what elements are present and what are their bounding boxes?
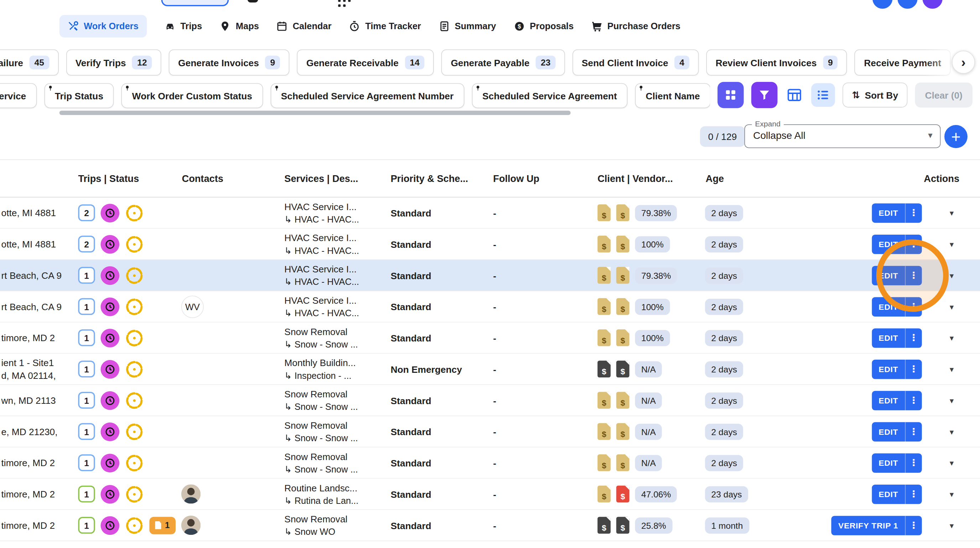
pill-scheduled-service-agreement-number[interactable]: Scheduled Service Agreement Number [270,83,464,108]
nav-tab-work-orders[interactable]: Work Orders [59,15,147,37]
nav-tab-summary[interactable]: Summary [438,21,496,32]
trip-progress-status-icon[interactable] [125,516,144,535]
vendor-invoice-doc-icon[interactable]: $ [616,486,630,502]
table-row[interactable]: otte, MI 4881 2 HVAC Service I... ↳ HVAC… [0,229,980,260]
column-header-services[interactable]: Services | Des... [285,173,358,184]
kebab-menu-icon[interactable]: ⋮ [905,270,922,281]
client-invoice-doc-icon[interactable]: $ [598,517,611,534]
pill-client-name[interactable]: Client Name [635,83,710,108]
row-action-button[interactable]: EDIT ⋮ [872,391,922,410]
trip-count-badge[interactable]: 1 [78,517,95,534]
row-action-button[interactable]: EDIT ⋮ [872,265,922,285]
row-action-button[interactable]: EDIT ⋮ [872,328,922,347]
trip-count-badge[interactable]: 1 [78,267,95,283]
contact-initials[interactable]: WV [181,295,204,318]
list-view-button[interactable] [811,83,835,107]
kebab-menu-icon[interactable]: ⋮ [905,301,922,312]
vendor-invoice-doc-icon[interactable]: $ [616,392,630,408]
trip-count-badge[interactable]: 1 [78,486,95,502]
contact-avatar[interactable] [181,516,200,535]
row-expand-chevron-icon[interactable]: ▾ [950,364,954,373]
add-work-order-button[interactable]: + [944,125,967,148]
chip-send-client-invoice[interactable]: Send Client Invoice4 [572,49,699,76]
vendor-invoice-doc-icon[interactable]: $ [616,236,630,253]
trip-progress-status-icon[interactable] [125,235,144,254]
trip-progress-status-icon[interactable] [125,360,144,378]
kebab-menu-icon[interactable]: ⋮ [905,364,922,375]
vendor-invoice-doc-icon[interactable]: $ [616,517,630,534]
table-row[interactable]: timore, MD 2 1 1 Snow Removal ↳ Snow W [0,510,980,541]
group-view-button[interactable] [718,82,744,108]
table-row[interactable]: timore, MD 2 1 Routine Landsc... ↳ Rutin… [0,478,980,510]
chip-receive-payment[interactable]: Receive Payment [855,49,950,76]
row-action-button[interactable]: EDIT ⋮ [872,484,922,504]
table-row[interactable]: rt Beach, CA 9 1 WV HVAC Service I... ↳ … [0,291,980,322]
kebab-menu-icon[interactable]: ⋮ [905,238,922,250]
kebab-menu-icon[interactable]: ⋮ [905,457,922,469]
trip-count-badge[interactable]: 2 [78,236,95,253]
row-expand-chevron-icon[interactable]: ▾ [950,489,954,499]
row-action-button[interactable]: EDIT ⋮ [872,203,922,222]
row-action-button[interactable]: EDIT ⋮ [872,359,922,378]
nav-tab-maps[interactable]: Maps [220,21,259,32]
table-row[interactable]: timore, MD 2 1 Snow Removal ↳ Snow - Sno… [0,448,980,479]
trip-count-badge[interactable]: 1 [78,423,95,440]
trip-progress-status-icon[interactable] [125,484,144,504]
row-expand-chevron-icon[interactable]: ▾ [950,239,954,249]
row-expand-chevron-icon[interactable]: ▾ [950,427,954,436]
trip-clock-status-icon[interactable] [101,516,120,535]
trip-clock-status-icon[interactable] [101,422,120,441]
trip-progress-status-icon[interactable] [125,422,144,441]
column-header-client-vendor[interactable]: Client | Vendor... [598,173,673,184]
vendor-invoice-doc-icon[interactable]: $ [616,298,630,315]
row-expand-chevron-icon[interactable]: ▾ [950,302,954,311]
table-row[interactable]: ient 1 - Site1 d, MA 02114, 1 Monthly Bu… [0,354,980,385]
client-invoice-doc-icon[interactable]: $ [598,267,611,283]
chip-verify-trips[interactable]: Verify Trips12 [66,49,161,76]
nav-tab-proposals[interactable]: $ Proposals [514,21,574,32]
vendor-invoice-doc-icon[interactable]: $ [616,204,630,221]
contact-avatar[interactable] [181,484,200,504]
trip-progress-status-icon[interactable] [125,391,144,410]
row-expand-chevron-icon[interactable]: ▾ [950,458,954,467]
column-header-priority[interactable]: Priority & Sche... [391,173,468,184]
expand-select[interactable]: Expand Collapse All ▾ [744,124,940,148]
client-invoice-doc-icon[interactable]: $ [598,298,611,315]
trip-progress-status-icon[interactable] [125,203,144,222]
nav-tab-calendar[interactable]: Calendar [276,21,331,32]
topbar-circle-button-3[interactable] [923,0,943,9]
trip-clock-status-icon[interactable] [101,266,120,285]
horizontal-scrollbar[interactable] [59,111,571,115]
kebab-menu-icon[interactable]: ⋮ [905,394,922,406]
row-action-button[interactable]: VERIFY TRIP 1 ⋮ [832,516,922,535]
row-expand-chevron-icon[interactable]: ▾ [950,396,954,405]
table-row[interactable]: rt Beach, CA 9 1 HVAC Service I... ↳ HVA… [0,260,980,291]
kebab-menu-icon[interactable]: ⋮ [905,426,922,437]
nav-tab-time-tracker[interactable]: Time Tracker [349,21,421,32]
clear-filters-button[interactable]: Clear (0) [915,83,972,108]
kebab-menu-icon[interactable]: ⋮ [905,519,922,531]
vendor-invoice-doc-icon[interactable]: $ [616,454,630,471]
vendor-invoice-doc-icon[interactable]: $ [616,423,630,440]
table-row[interactable]: Snow Removal [0,541,980,548]
chip-generate-invoices[interactable]: Generate Invoices9 [169,49,290,76]
client-invoice-doc-icon[interactable]: $ [598,361,611,378]
vendor-invoice-doc-icon[interactable]: $ [616,329,630,346]
client-invoice-doc-icon[interactable]: $ [598,392,611,408]
table-row[interactable]: otte, MI 4881 2 HVAC Service I... ↳ HVAC… [0,198,980,229]
trip-progress-status-icon[interactable] [125,328,144,347]
row-expand-chevron-icon[interactable]: ▾ [950,333,954,342]
client-invoice-doc-icon[interactable]: $ [598,423,611,440]
row-action-button[interactable]: EDIT ⋮ [872,422,922,441]
column-header-age[interactable]: Age [706,173,724,184]
pill-work-order-service[interactable]: rder Service [0,83,37,108]
trip-clock-status-icon[interactable] [101,360,120,378]
trip-progress-status-icon[interactable] [125,297,144,316]
row-action-button[interactable]: EDIT ⋮ [872,234,922,254]
chip-generate-payable[interactable]: Generate Payable23 [442,49,565,76]
topbar-circle-button-2[interactable] [897,0,917,9]
column-header-follow-up[interactable]: Follow Up [493,173,539,184]
apps-grid-icon[interactable] [338,0,352,8]
column-header-actions[interactable]: Actions [924,173,959,184]
trip-count-badge[interactable]: 1 [78,298,95,315]
